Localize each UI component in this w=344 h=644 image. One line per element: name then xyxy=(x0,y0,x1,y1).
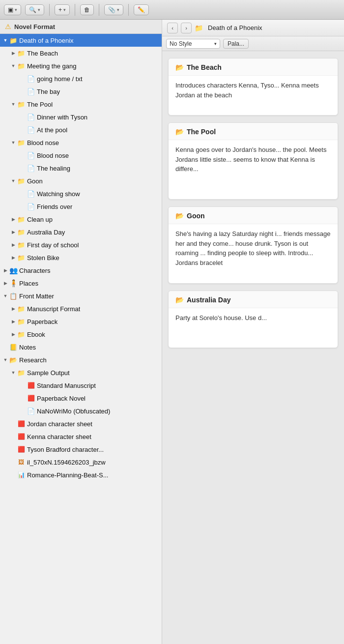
sidebar-item-the-bay[interactable]: 📄 The bay xyxy=(0,85,162,98)
item-label: Sample Output xyxy=(27,369,70,377)
item-label: Paperback Novel xyxy=(37,395,86,402)
sidebar-item-nanowrimo[interactable]: 📄 NaNoWriMo (Obfuscated) xyxy=(0,405,162,417)
file-excel-icon: 📊 xyxy=(17,470,26,479)
separator-1 xyxy=(49,4,50,16)
sidebar-item-blood-nose-doc[interactable]: 📄 Blood nose xyxy=(0,149,162,162)
search-chevron-icon: ▾ xyxy=(38,7,40,12)
doc-icon: 📄 xyxy=(27,189,35,198)
disclosure-icon xyxy=(10,331,17,338)
sidebar-item-meeting-the-gang[interactable]: 📁 Meeting the gang xyxy=(0,59,162,72)
item-label: The healing xyxy=(37,165,70,172)
item-label: Characters xyxy=(19,267,51,274)
file-red-icon: 🟥 xyxy=(17,445,26,454)
card-header-the-beach: 📂 The Beach xyxy=(169,59,338,76)
file-red-icon: 🟥 xyxy=(17,419,26,428)
card-folder-icon: 📂 xyxy=(175,296,184,304)
sidebar-header: ⚠ Novel Format xyxy=(0,20,162,34)
folder-icon: 📁 xyxy=(17,138,26,147)
content-folder-icon: 📁 xyxy=(195,24,203,32)
sidebar-item-the-beach[interactable]: 📁 The Beach xyxy=(0,47,162,59)
item-label: going home / txt xyxy=(37,75,83,83)
item-label: Goon xyxy=(27,177,43,185)
sidebar-item-stolen-bike[interactable]: 📁 Stolen Bike xyxy=(0,251,162,264)
sidebar-item-australia-day[interactable]: 📁 Australia Day xyxy=(0,226,162,238)
warning-icon: ⚠ xyxy=(5,23,11,30)
sidebar-item-characters[interactable]: 👥 Characters xyxy=(0,264,162,277)
sidebar-item-paperback-novel[interactable]: 🟥 Paperback Novel xyxy=(0,392,162,405)
sidebar-item-dinner-with-tyson[interactable]: 📄 Dinner with Tyson xyxy=(0,111,162,123)
binder-icon: ▣ xyxy=(8,6,13,13)
sidebar-item-il570xn[interactable]: 🖼 il_570xN.1594626203_jbzw xyxy=(0,456,162,468)
sidebar-item-tyson-bradford[interactable]: 🟥 Tyson Bradford character... xyxy=(0,443,162,456)
add-button[interactable]: + ▾ xyxy=(55,4,70,15)
sidebar-item-ebook[interactable]: 📁 Ebook xyxy=(0,328,162,341)
sidebar-item-places[interactable]: 🧍 Places xyxy=(0,277,162,290)
delete-button[interactable]: 🗑 xyxy=(80,4,94,15)
file-red-icon: 🟥 xyxy=(27,394,35,403)
doc-icon: 📄 xyxy=(27,202,35,211)
sidebar-item-watching-show[interactable]: 📄 Watching show xyxy=(0,187,162,200)
card-goon: 📂 Goon She's having a lazy Saturday nigh… xyxy=(168,206,338,284)
item-label: The Pool xyxy=(27,101,53,108)
card-title-australia-day: Australia Day xyxy=(187,296,230,304)
style-select-value: No Style xyxy=(170,40,192,47)
sidebar: ⚠ Novel Format 📁 Death of a Phoenix 📁 Th… xyxy=(0,20,162,644)
folder-icon: 📁 xyxy=(17,304,26,313)
binder-view-button[interactable]: ▣ ▾ xyxy=(4,4,21,15)
card-body-the-beach: Introduces characters Kenna, Tyso... Ken… xyxy=(169,76,338,115)
disclosure-icon xyxy=(10,216,17,223)
item-label: Clean up xyxy=(27,216,53,223)
style-select[interactable]: No Style ▾ xyxy=(166,39,220,49)
doc-icon: 📄 xyxy=(27,74,35,83)
back-button[interactable]: ‹ xyxy=(167,23,178,33)
sidebar-item-goon-folder[interactable]: 📁 Goon xyxy=(0,175,162,187)
sidebar-item-manuscript-format[interactable]: 📁 Manuscript Format xyxy=(0,302,162,315)
item-label: Notes xyxy=(19,344,36,351)
content-scroll: 📂 The Beach Introduces characters Kenna,… xyxy=(162,51,344,644)
forward-button[interactable]: › xyxy=(181,23,192,33)
sidebar-item-notes[interactable]: 📒 Notes xyxy=(0,341,162,353)
attach-button[interactable]: 📎 ▾ xyxy=(104,4,123,15)
sidebar-item-paperback[interactable]: 📁 Paperback xyxy=(0,315,162,328)
item-label: The bay xyxy=(37,88,60,95)
item-label: Romance-Planning-Beat-S... xyxy=(27,471,108,479)
style-toolbar: No Style ▾ Pala... xyxy=(162,36,344,51)
item-label: Stolen Bike xyxy=(27,254,59,262)
add-icon: + xyxy=(58,6,62,13)
sidebar-item-blood-nose-folder[interactable]: 📁 Blood nose xyxy=(0,136,162,149)
folder-icon: 📁 xyxy=(17,368,26,377)
sidebar-item-the-pool[interactable]: 📁 The Pool xyxy=(0,98,162,111)
file-red-icon: 🟥 xyxy=(27,381,35,390)
palette-button[interactable]: Pala... xyxy=(223,39,249,49)
edit-button[interactable]: ✏️ xyxy=(134,4,149,15)
sidebar-item-kenna-character-sheet[interactable]: 🟥 Kenna character sheet xyxy=(0,430,162,443)
sidebar-item-front-matter[interactable]: 📋 Front Matter xyxy=(0,290,162,302)
sidebar-item-sample-output[interactable]: 📁 Sample Output xyxy=(0,366,162,379)
sidebar-item-the-healing[interactable]: 📄 The healing xyxy=(0,162,162,175)
sidebar-item-standard-manuscript[interactable]: 🟥 Standard Manuscript xyxy=(0,379,162,392)
sidebar-item-death-of-a-phoenix[interactable]: 📁 Death of a Phoenix xyxy=(0,34,162,47)
sidebar-item-research[interactable]: 📂 Research xyxy=(0,353,162,366)
sidebar-item-first-day-of-school[interactable]: 📁 First day of school xyxy=(0,238,162,251)
sidebar-item-clean-up[interactable]: 📁 Clean up xyxy=(0,213,162,226)
disclosure-icon xyxy=(2,356,9,363)
item-label: Friends over xyxy=(37,203,72,210)
doc-icon: 📄 xyxy=(27,87,35,96)
item-label: Australia Day xyxy=(27,229,65,236)
search-button[interactable]: 🔍 ▾ xyxy=(25,4,44,15)
sidebar-item-jordan-character-sheet[interactable]: 🟥 Jordan character sheet xyxy=(0,417,162,430)
item-label: Kenna character sheet xyxy=(27,433,91,440)
item-label: il_570xN.1594626203_jbzw xyxy=(27,459,106,466)
item-label: Manuscript Format xyxy=(27,305,80,313)
doc-icon: 📄 xyxy=(27,407,35,415)
sidebar-item-at-the-pool[interactable]: 📄 At the pool xyxy=(0,123,162,136)
disclosure-icon xyxy=(10,305,17,312)
disclosure-icon xyxy=(10,229,17,235)
sidebar-item-going-home[interactable]: 📄 going home / txt xyxy=(0,72,162,85)
sidebar-item-friends-over[interactable]: 📄 Friends over xyxy=(0,200,162,213)
item-label: Blood nose xyxy=(27,139,59,146)
style-select-chevron: ▾ xyxy=(214,41,217,46)
sidebar-item-romance-planning[interactable]: 📊 Romance-Planning-Beat-S... xyxy=(0,468,162,481)
item-label: Death of a Phoenix xyxy=(19,37,74,44)
toolbar: ▣ ▾ 🔍 ▾ + ▾ 🗑 📎 ▾ ✏️ xyxy=(0,0,344,20)
